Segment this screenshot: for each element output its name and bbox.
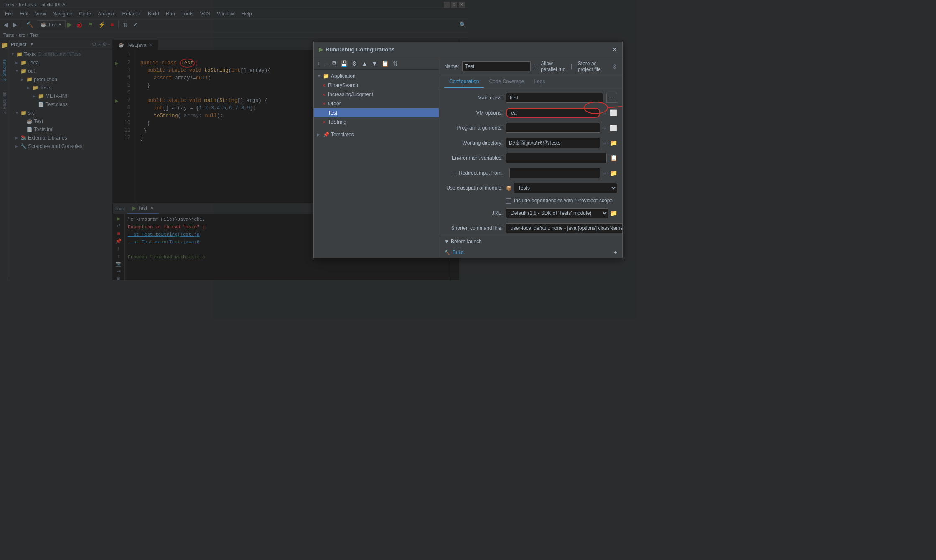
before-launch-header[interactable]: ▼ Before launch [439,236,468,247]
dialog-overlay: ▶ Run/Debug Configurations ✕ + − ⧉ 💾 ⚙ ▲… [0,0,468,280]
dialog-right-panel: Name: Allow parallel run Store as projec… [439,57,468,258]
dialog-tabs: Configuration Code Coverage Logs [439,76,468,88]
redirect-label: Redirect input from: [459,170,468,176]
main-class-label: Main class: [444,95,468,101]
dialog-title-bar: ▶ Run/Debug Configurations ✕ [314,42,468,57]
before-launch-label: Before launch [451,239,468,244]
before-launch-items: 🔨 Build + [439,247,468,258]
program-args-label: Program arguments: [444,125,468,131]
classpath-label: Use classpath of module: [444,185,468,191]
error-icon: ✕ [322,92,326,97]
program-args-row: Program arguments: + ⬜ [444,122,468,133]
shorten-cmd-row: Shorten command line: user-local default… [444,223,468,234]
shorten-cmd-label: Shorten command line: [444,225,468,231]
config-item-binary-search[interactable]: ✕ BinarySearch [314,81,439,90]
config-item-templates[interactable]: ▶ 📌 Templates [314,130,439,139]
config-arrow: ▼ [317,74,321,78]
error-icon: ✕ [322,102,326,106]
jre-row: JRE: Default (1.8 - SDK of 'Tests' modul… [444,208,468,219]
env-vars-row: Environment variables: 📋 [444,153,468,163]
error-icon: ✕ [322,120,326,125]
dialog-left-panel: + − ⧉ 💾 ⚙ ▲ ▼ 📋 ⇅ ▼ 📁 Application [314,57,439,258]
redirect-input-row: Redirect input from: + 📁 [444,168,468,178]
main-class-row: Main class: … [444,92,468,103]
config-item-order[interactable]: ✕ Order [314,99,439,108]
dialog-run-icon: ▶ [319,46,323,53]
config-label: BinarySearch [328,82,358,88]
dlg-save-btn[interactable]: 💾 [339,59,349,68]
dlg-up-btn[interactable]: ▲ [360,59,369,68]
dlg-share-btn[interactable]: 📋 [380,59,390,68]
dialog-name-row: Name: Allow parallel run Store as projec… [439,57,468,76]
run-debug-dialog: ▶ Run/Debug Configurations ✕ + − ⧉ 💾 ⚙ ▲… [313,42,468,258]
dlg-copy-btn[interactable]: ⧉ [331,59,338,68]
before-launch-arrow: ▼ [444,239,449,244]
config-item-test[interactable]: Test [314,108,439,117]
error-icon: ✕ [322,83,326,88]
classpath-row: Use classpath of module: 📦 Tests [444,183,468,193]
dialog-body: + − ⧉ 💾 ⚙ ▲ ▼ 📋 ⇅ ▼ 📁 Application [314,57,468,258]
config-item-tostring[interactable]: ✕ ToString [314,117,439,127]
jre-label: JRE: [444,210,468,216]
build-item: Build [453,249,464,256]
config-tree: ▼ 📁 Application ✕ BinarySearch ✕ Increas… [314,70,439,258]
config-arrow: ▶ [317,132,321,137]
redirect-chk-container: Redirect input from: [444,170,468,176]
config-item-application[interactable]: ▼ 📁 Application [314,71,439,81]
dlg-tab-configuration[interactable]: Configuration [444,76,468,88]
env-vars-label: Environment variables: [444,155,468,161]
dlg-sort-btn[interactable]: ⇅ [391,59,399,68]
config-label: IncreasingJudgment [328,92,373,97]
dialog-toolbar: + − ⧉ 💾 ⚙ ▲ ▼ 📋 ⇅ [314,57,439,70]
config-templates-label: Templates [331,132,354,137]
vm-options-row: VM options: [444,107,468,118]
config-label: ToString [328,119,346,125]
config-item-increasing[interactable]: ✕ IncreasingJudgment [314,90,439,99]
redirect-checkbox[interactable] [452,171,457,176]
dlg-down-btn[interactable]: ▼ [370,59,379,68]
build-label: Build [453,249,464,255]
name-label: Name: [444,64,459,69]
dlg-add-btn[interactable]: + [315,59,322,68]
name-input[interactable] [462,61,468,71]
dlg-gear-btn[interactable]: ⚙ [350,59,359,68]
config-app-label: Application [331,73,356,79]
config-label: Order [328,101,341,107]
build-icon: 🔨 [444,250,450,255]
app-folder-icon: 📁 [323,73,329,79]
templates-pin-icon: 📌 [323,132,329,137]
working-dir-row: Working directory: + 📁 [444,137,468,148]
vm-options-label: VM options: [444,110,468,116]
before-launch-section: ▼ Before launch 🔨 Build + [439,236,468,258]
form-body: Main class: … VM options: [439,88,468,234]
dialog-title-text: Run/Debug Configurations [326,46,394,53]
dlg-remove-btn[interactable]: − [323,59,330,68]
working-dir-label: Working directory: [444,140,468,146]
config-label: Test [328,110,337,116]
include-deps-row: Include dependencies with "Provided" sco… [444,198,468,204]
